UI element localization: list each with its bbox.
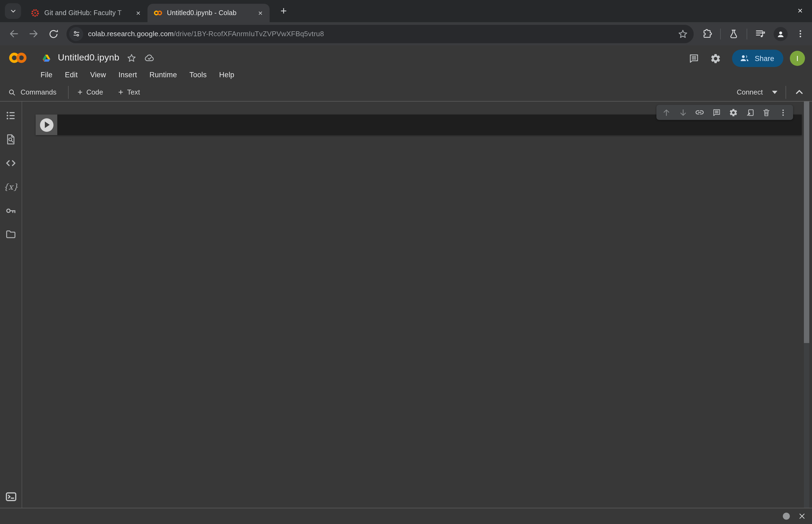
- browser-menu-icon[interactable]: [795, 29, 806, 39]
- tab-close-icon[interactable]: ×: [133, 8, 143, 18]
- tab-colab-notebook[interactable]: Untitled0.ipynb - Colab ×: [147, 4, 270, 22]
- status-dot-icon: [783, 513, 790, 520]
- notebook-title[interactable]: Untitled0.ipynb: [58, 52, 119, 63]
- tab-git-and-github[interactable]: Git and GitHub: Faculty T ×: [25, 4, 147, 22]
- plus-icon: +: [78, 87, 83, 97]
- toolbar-divider: [747, 28, 747, 39]
- chevron-down-icon: [9, 7, 17, 15]
- add-text-button[interactable]: + Text: [118, 87, 140, 97]
- cell-settings-gear-icon[interactable]: [729, 108, 738, 117]
- url-path: /drive/1BY-RcofXFAnrmIuTvZVPVwXFBq5vtru8: [174, 30, 324, 38]
- add-code-button[interactable]: + Code: [78, 87, 103, 97]
- table-of-contents-icon[interactable]: [5, 110, 17, 121]
- url-text: colab.research.google.com/drive/1BY-Rcof…: [88, 30, 678, 38]
- secrets-key-icon[interactable]: [5, 205, 17, 217]
- browser-toolbar: colab.research.google.com/drive/1BY-Rcof…: [0, 22, 812, 45]
- code-snippets-icon[interactable]: [5, 157, 17, 169]
- connect-label: Connect: [737, 88, 763, 96]
- share-label: Share: [755, 54, 774, 62]
- settings-gear-icon[interactable]: [705, 51, 727, 66]
- share-button[interactable]: Share: [732, 50, 783, 67]
- header-actions: Share I: [683, 45, 812, 67]
- tab-search-button[interactable]: [5, 3, 21, 19]
- menu-file[interactable]: File: [40, 70, 52, 79]
- play-icon: [45, 121, 50, 128]
- extensions-icon[interactable]: [701, 28, 713, 39]
- colab-favicon-icon: [153, 9, 162, 17]
- colab-logo-icon[interactable]: [8, 51, 28, 64]
- move-cell-up-icon[interactable]: [662, 108, 671, 117]
- scrollbar[interactable]: [804, 101, 809, 508]
- variables-icon[interactable]: {x}: [5, 181, 17, 193]
- back-button[interactable]: [7, 27, 20, 40]
- colab-header: Untitled0.ipynb Share I File Edit View I…: [0, 45, 812, 83]
- terminal-icon[interactable]: [0, 491, 22, 503]
- cell-gutter: [36, 115, 57, 135]
- star-notebook-icon[interactable]: [126, 53, 137, 63]
- tab-strip: Git and GitHub: Faculty T × Untitled0.ip…: [0, 0, 812, 22]
- comment-on-cell-icon[interactable]: [712, 108, 721, 117]
- open-comments-icon[interactable]: [683, 51, 705, 66]
- share-people-icon: [739, 53, 750, 64]
- toolbar-actions: [701, 27, 806, 41]
- drive-icon: [42, 54, 51, 62]
- tab-close-icon[interactable]: ×: [256, 8, 265, 18]
- media-controls-icon[interactable]: [755, 28, 766, 39]
- browser-window: Git and GitHub: Faculty T × Untitled0.ip…: [0, 0, 812, 524]
- add-text-label: Text: [127, 88, 140, 96]
- notebook-content: {x}: [0, 101, 812, 508]
- forward-button[interactable]: [27, 27, 40, 40]
- labs-flask-icon[interactable]: [728, 28, 739, 39]
- move-cell-down-icon[interactable]: [678, 108, 687, 117]
- cloud-saved-icon[interactable]: [144, 52, 155, 64]
- reload-button[interactable]: [47, 27, 60, 40]
- toolbar-divider: [720, 28, 721, 39]
- commands-button[interactable]: Commands: [7, 88, 56, 96]
- menu-view[interactable]: View: [90, 70, 106, 79]
- tab-title: Git and GitHub: Faculty T: [44, 9, 133, 17]
- site-settings-icon[interactable]: [69, 27, 83, 41]
- new-tab-button[interactable]: +: [276, 3, 291, 19]
- link-to-cell-icon[interactable]: [695, 108, 705, 117]
- browser-profile-avatar[interactable]: [774, 27, 788, 41]
- url-domain: colab.research.google.com: [88, 30, 174, 38]
- menu-tools[interactable]: Tools: [189, 70, 207, 79]
- files-folder-icon[interactable]: [5, 229, 17, 240]
- connect-dropdown-caret-icon[interactable]: [772, 91, 777, 94]
- mirror-cell-icon[interactable]: [745, 108, 754, 117]
- plus-icon: +: [118, 87, 124, 97]
- more-cell-actions-icon[interactable]: [779, 108, 788, 117]
- tab-title: Untitled0.ipynb - Colab: [167, 9, 256, 17]
- user-avatar[interactable]: I: [790, 51, 805, 66]
- connect-button[interactable]: Connect: [737, 88, 777, 96]
- scrollbar-thumb[interactable]: [804, 101, 809, 343]
- add-code-label: Code: [86, 88, 103, 96]
- toolbar-divider: [785, 86, 786, 99]
- left-sidebar: {x}: [0, 101, 22, 508]
- toolbar-divider: [68, 86, 69, 99]
- status-close-icon[interactable]: [798, 512, 806, 520]
- delete-cell-icon[interactable]: [762, 108, 771, 117]
- run-cell-button[interactable]: [40, 118, 53, 132]
- menu-help[interactable]: Help: [219, 70, 234, 79]
- bookmark-star-icon[interactable]: [678, 28, 688, 39]
- menu-edit[interactable]: Edit: [65, 70, 78, 79]
- collapse-header-icon[interactable]: [794, 87, 805, 97]
- find-in-notebook-icon[interactable]: [5, 133, 17, 145]
- commands-label: Commands: [20, 88, 56, 96]
- canvas-favicon-icon: [31, 9, 39, 17]
- window-close-button[interactable]: ×: [793, 3, 808, 18]
- notebook-toolbar: Commands + Code + Text Connect: [0, 83, 812, 101]
- address-bar[interactable]: colab.research.google.com/drive/1BY-Rcof…: [66, 24, 694, 43]
- menu-runtime[interactable]: Runtime: [149, 70, 177, 79]
- search-icon: [7, 88, 16, 96]
- menu-bar: File Edit View Insert Runtime Tools Help: [0, 67, 812, 82]
- cell-toolbar: [656, 105, 793, 120]
- status-bar: [0, 508, 812, 524]
- menu-insert[interactable]: Insert: [118, 70, 137, 79]
